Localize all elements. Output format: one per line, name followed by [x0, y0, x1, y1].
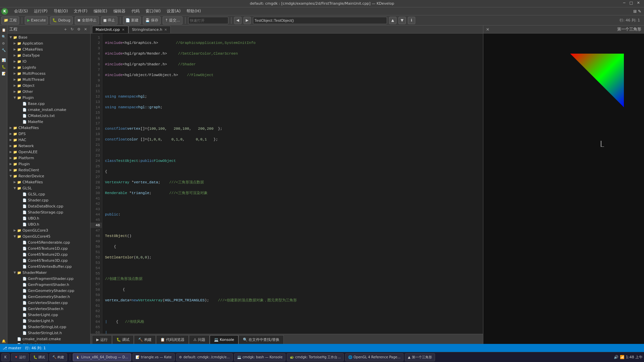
status-row-col[interactable]: 行: 46 列: 1 — [25, 346, 46, 351]
tree-item-plugin2[interactable]: ▶ 📁 Plugin — [7, 161, 90, 167]
tree-item-shadermaker[interactable]: ▼ 📁 ShaderMaker — [7, 269, 90, 276]
tree-file-ubo-h2[interactable]: 📄 UBO.h — [7, 221, 90, 227]
taskbar-app-default[interactable]: ⚙ default: cmdgk: /cmdgk/e... — [176, 353, 233, 361]
minimize-btn[interactable]: ─ — [622, 1, 627, 5]
stop-btn[interactable]: ■ 停止 — [101, 16, 117, 24]
tree-item-dfs[interactable]: ▶ 📁 DFS — [7, 131, 90, 137]
left-icon-6[interactable]: 🐛 — [1, 64, 7, 70]
tree-item-renderdevice[interactable]: ▼ 📁 RenderDevice — [7, 173, 90, 179]
taskbar-app-tortoise[interactable]: 🐢 cmdgk: TortoiseHg 工作台... — [287, 353, 344, 361]
tree-item-plugin[interactable]: ▼ 📁 Plugin — [7, 95, 90, 101]
left-icon-8[interactable]: 🔔 — [1, 338, 7, 344]
tree-file-gengeo-cpp[interactable]: 📄 GenGeometryShader.cpp — [7, 288, 90, 294]
tree-item-redisclient[interactable]: ▶ 📁 RedisClient — [7, 167, 90, 173]
grid-icon[interactable]: ⊞ — [633, 9, 637, 14]
tree-item-cmakefiles[interactable]: ▶ 📁 CMakeFiles — [7, 46, 90, 52]
save-btn[interactable]: 💾 保存 — [143, 16, 161, 24]
bottom-tab-find-replace[interactable]: 🔍 在文件中查找/替换 — [238, 335, 284, 344]
tree-file-genfrag-cpp[interactable]: 📄 GenFragmentShader.cpp — [7, 276, 90, 282]
execute-btn[interactable]: ▶ Execute — [25, 16, 48, 24]
tree-file-cmake-install2[interactable]: 📄 cmake_install.cmake — [7, 336, 90, 342]
tree-item-base[interactable]: ▼ 📁 Base — [7, 34, 90, 40]
tree-item-openglcore45[interactable]: ▼ 📁 OpenGLCore45 — [7, 233, 90, 239]
left-icon-1[interactable]: 📋 — [1, 27, 7, 33]
tree-file-core45renderable[interactable]: 📄 Core45Renderable.cpp — [7, 239, 90, 245]
tree-file-makefile[interactable]: 📄 Makefile — [7, 119, 90, 125]
tree-item-loginfo[interactable]: ▶ 📁 LogInfo — [7, 64, 90, 70]
taskbar-start-btn[interactable]: K — [1, 353, 10, 361]
tree-file-genvtx-cpp[interactable]: 📄 GenVertexShader.cpp — [7, 300, 90, 306]
nav-fwd-btn[interactable]: ▶ — [244, 17, 251, 24]
nav-info-btn[interactable]: ℹ — [408, 17, 415, 24]
tree-item-glsl[interactable]: ▼ 📁 GLSL — [7, 185, 90, 191]
bottom-tab-debug[interactable]: 🐛 调试 — [112, 335, 134, 344]
left-icon-4[interactable]: 🔧 — [1, 47, 7, 53]
project-close-icon[interactable]: ✕ — [83, 27, 88, 32]
left-icon-3[interactable]: ⚙ — [1, 40, 7, 46]
bottom-tab-build[interactable]: 🔨 构建 — [134, 335, 156, 344]
tree-item-network[interactable]: ▶ 📁 Network — [7, 143, 90, 149]
code-content[interactable]: #include<hgl/Graphics.h> //GraphicsAppli… — [102, 34, 483, 334]
tree-file-core45tex2d[interactable]: 📄 Core45Texture2D.cpp — [7, 251, 90, 257]
project-add-icon[interactable]: + — [63, 27, 68, 32]
nav-up-btn[interactable]: ▲ — [389, 17, 396, 24]
menu-code[interactable]: 代码 — [129, 8, 142, 15]
nav-down-btn[interactable]: ▼ — [398, 17, 406, 24]
tree-file-genfrag-h[interactable]: 📄 GenFragmentShader.h — [7, 282, 90, 288]
left-icon-7[interactable]: 📝 — [1, 70, 7, 76]
tree-item-cmakefiles2[interactable]: ▶ 📁 CMakeFiles — [7, 125, 90, 131]
tree-file-cmake-install[interactable]: 📄 cmake_install.cmake — [7, 107, 90, 113]
tree-file-shaderlight-cpp[interactable]: 📄 ShaderLight.cpp — [7, 312, 90, 318]
menu-window[interactable]: 窗口(W) — [143, 8, 163, 15]
project-btn[interactable]: 📁 工程 — [1, 16, 19, 24]
tree-item-openglcore3[interactable]: ▶ 📁 OpenGLCore3 — [7, 227, 90, 233]
taskbar-app-kate[interactable]: 📝 triangle.vs — Kate — [132, 353, 175, 361]
menu-settings[interactable]: 设置(A) — [164, 8, 183, 15]
taskbar-app-opengl[interactable]: 🌐 OpenGL 4 Reference Page... — [345, 353, 404, 361]
menu-editor[interactable]: 编辑器 — [111, 8, 128, 15]
tree-file-datadatablock[interactable]: 📄 DataDataBlock.cpp — [7, 203, 90, 209]
bottom-tab-run[interactable]: ▶ 运行 — [92, 335, 112, 344]
menu-navigate[interactable]: 导航(O) — [51, 8, 71, 15]
tree-file-core45tex1d[interactable]: 📄 Core45Texture1D.cpp — [7, 245, 90, 251]
tab-mainunit-close[interactable]: ✕ — [122, 28, 124, 32]
taskbar-app-linux[interactable]: 🐧 Linux_x86_64_Debug — D... — [73, 353, 131, 361]
taskbar-run-btn[interactable]: 🔻 运行 — [11, 353, 29, 361]
commit-btn[interactable]: ↑ 提交... — [163, 16, 182, 24]
tree-file-shaderstrlist-cpp[interactable]: 📄 ShaderStringList.cpp — [7, 324, 90, 330]
tree-file-glsl-cpp[interactable]: 📄 GLSL.cpp — [7, 191, 90, 197]
taskbar-build-btn[interactable]: 🔨 构建 — [49, 353, 67, 361]
tab-mainunit[interactable]: MainUnit.cpp ✕ — [92, 26, 128, 33]
bottom-tab-code-browser[interactable]: 📋 代码浏览器 — [156, 335, 189, 344]
menu-help[interactable]: 帮助(H) — [184, 8, 203, 15]
new-btn[interactable]: 📄 新建 — [123, 16, 141, 24]
tree-file-gengeo-h[interactable]: 📄 GenGeometryShader.h — [7, 294, 90, 300]
tree-item-multiprocess[interactable]: ▶ 📁 MultiProcess — [7, 70, 90, 76]
taskbar-app-bash[interactable]: 💻 cmdgk: bash — Konsole — [234, 353, 285, 361]
menu-run[interactable]: 运行(P) — [31, 8, 50, 15]
debug-btn[interactable]: 🐛 Debug — [50, 16, 72, 24]
tab-stringinstance[interactable]: StringInstance.h ✕ — [128, 26, 171, 33]
tree-file-shaderlight-h[interactable]: 📄 ShaderLight.h — [7, 318, 90, 324]
tree-file-ubo-h[interactable]: 📄 UBO.h — [7, 215, 90, 221]
quick-open-input[interactable] — [188, 17, 228, 24]
left-icon-5[interactable]: 📊 — [1, 57, 7, 63]
tree-item-datatype[interactable]: ▶ 📁 DataType — [7, 52, 90, 58]
taskbar-debug-btn[interactable]: 🐛 调试 — [30, 353, 48, 361]
tree-file-core45vtxbuf[interactable]: 📄 Core45VertexBuffer.cpp — [7, 263, 90, 269]
tree-file-cmakelists[interactable]: 📄 CMakeLists.txt — [7, 113, 90, 119]
status-branch[interactable]: ⎇ master — [3, 346, 21, 350]
tree-file-cmakelists2[interactable]: 📄 CMakeLists.txt — [7, 342, 90, 344]
tree-item-application[interactable]: ▶ 📁 Application — [7, 40, 90, 46]
menu-session[interactable]: 会话(S) — [11, 8, 31, 15]
tree-file-shaderstrlist-h[interactable]: 📄 ShaderStringList.h — [7, 330, 90, 336]
tree-file-base-cpp[interactable]: 📄 Base.cpp — [7, 101, 90, 107]
close-btn[interactable]: ✕ — [636, 1, 641, 5]
preview-close-icon[interactable]: ✕ — [486, 27, 489, 32]
taskbar-app-triangle[interactable]: ▲ 第一个三角形 — [405, 353, 435, 361]
maximize-btn[interactable]: □ — [628, 1, 634, 5]
nav-back-btn[interactable]: ◀ — [234, 17, 241, 24]
edit2-icon[interactable]: ✎ — [638, 9, 641, 14]
function-combobox[interactable] — [253, 17, 387, 24]
tree-file-core45tex3d[interactable]: 📄 Core45Texture3D.cpp — [7, 257, 90, 263]
